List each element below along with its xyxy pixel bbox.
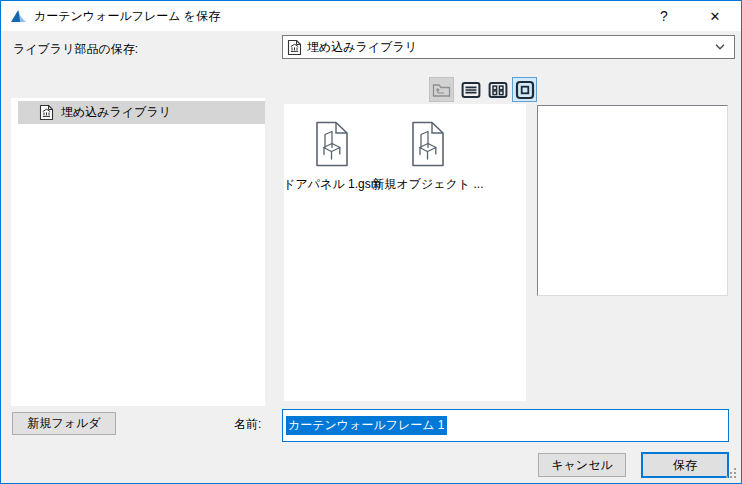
up-one-level-button[interactable] [429, 77, 454, 102]
gsm-object-icon [315, 121, 349, 167]
sidebar-item-embedded-library[interactable]: 埋め込みライブラリ [18, 101, 265, 124]
file-item-door-panel[interactable]: ドアパネル 1.gsm [284, 121, 380, 193]
file-name-input[interactable]: カーテンウォールフレーム 1 [282, 409, 729, 442]
preview-panel [537, 105, 728, 296]
close-button[interactable]: ✕ [695, 1, 735, 31]
library-save-target-value: 埋め込みライブラリ [307, 39, 715, 56]
help-button[interactable]: ? [644, 1, 684, 31]
grid-view-icon [488, 80, 508, 100]
title-bar: カーテンウォールフレーム を保存 ? ✕ [1, 1, 741, 31]
large-icon-view-button[interactable] [512, 77, 537, 102]
file-item-label: ドアパネル 1.gsm [283, 176, 380, 193]
large-icon-view-icon [515, 80, 535, 100]
list-view-icon [461, 80, 481, 100]
library-save-target-select[interactable]: 埋め込みライブラリ [282, 35, 735, 59]
folder-up-icon [432, 82, 451, 98]
cancel-button[interactable]: キャンセル [538, 453, 626, 477]
sidebar-item-label: 埋め込みライブラリ [61, 104, 171, 121]
file-name-label: 名前: [234, 416, 261, 433]
file-list-panel: ドアパネル 1.gsm 新規オブジェクト ... [284, 104, 526, 401]
new-folder-button[interactable]: 新規フォルダ [12, 412, 116, 435]
chevron-down-icon [715, 44, 725, 50]
grid-view-button[interactable] [487, 79, 509, 101]
dialog-title: カーテンウォールフレーム を保存 [34, 8, 220, 25]
embedded-library-icon [287, 39, 302, 56]
file-name-selected-text: カーテンウォールフレーム 1 [286, 416, 447, 435]
resize-grip-handle[interactable] [725, 467, 737, 479]
archicad-logo-icon [10, 8, 27, 24]
file-item-label: 新規オブジェクト ... [372, 176, 483, 193]
save-dialog-window: カーテンウォールフレーム を保存 ? ✕ ライブラリ部品の保存: 埋め込みライブ… [0, 0, 742, 484]
gsm-object-icon [411, 121, 445, 167]
folder-tree-panel: 埋め込みライブラリ [11, 98, 265, 406]
file-item-new-object[interactable]: 新規オブジェクト ... [380, 121, 476, 193]
save-button[interactable]: 保存 [641, 452, 729, 478]
list-view-button[interactable] [460, 79, 482, 101]
embedded-library-icon [39, 104, 54, 121]
library-save-target-label: ライブラリ部品の保存: [13, 41, 138, 58]
